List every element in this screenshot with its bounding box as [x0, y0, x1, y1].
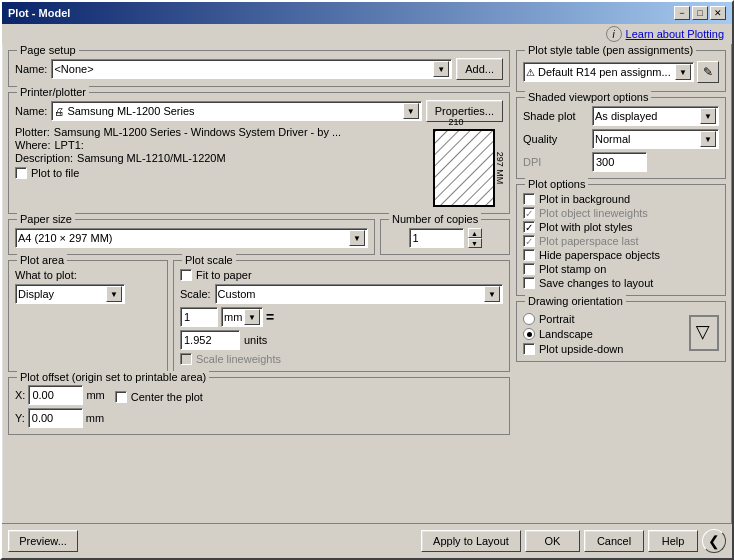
plot-options-title: Plot options — [525, 178, 588, 190]
plot-scale-group: Plot scale Fit to paper Scale: Custom ▼ — [173, 260, 510, 372]
paperspace-label: Plot paperspace last — [539, 235, 639, 247]
portrait-radio[interactable] — [523, 313, 535, 325]
plot-to-file-checkbox[interactable] — [15, 167, 27, 179]
learn-link[interactable]: Learn about Plotting — [626, 28, 724, 40]
plot-style-value: Default R14 pen assignm... — [538, 66, 671, 78]
paperspace-checkbox[interactable]: ✓ — [523, 235, 535, 247]
scale-lineweights-label: Scale lineweights — [196, 353, 281, 365]
shade-plot-arrow[interactable]: ▼ — [700, 108, 716, 124]
what-to-plot-arrow[interactable]: ▼ — [106, 286, 122, 302]
add-button[interactable]: Add... — [456, 58, 503, 80]
copies-down[interactable]: ▼ — [468, 238, 482, 248]
help-button[interactable]: Help — [648, 530, 698, 552]
orientation-icon: ▷ — [689, 315, 719, 351]
shade-plot-label: Shade plot — [523, 110, 588, 122]
styles-checkbox[interactable]: ✓ — [523, 221, 535, 233]
hide-checkbox[interactable] — [523, 249, 535, 261]
stamp-label: Plot stamp on — [539, 263, 606, 275]
title-bar: Plot - Model − □ ✕ — [2, 2, 732, 24]
mm-dropdown[interactable]: mm ▼ — [221, 307, 263, 327]
cancel-button[interactable]: Cancel — [584, 530, 644, 552]
units-label: units — [244, 334, 267, 346]
background-checkbox[interactable] — [523, 193, 535, 205]
plot-style-title: Plot style table (pen assignments) — [525, 44, 696, 56]
fit-to-paper-checkbox[interactable] — [180, 269, 192, 281]
styles-label: Plot with plot styles — [539, 221, 633, 233]
shade-viewport-title: Shaded viewport options — [525, 91, 651, 103]
plot-style-dropdown[interactable]: ⚠ Default R14 pen assignm... ▼ — [523, 62, 694, 82]
page-setup-group: Page setup Name: <None> ▼ Add... — [8, 50, 510, 87]
where-value: LPT1: — [54, 139, 83, 151]
ok-button[interactable]: OK — [525, 530, 580, 552]
quality-dropdown[interactable]: Normal ▼ — [592, 129, 719, 149]
copies-up[interactable]: ▲ — [468, 228, 482, 238]
stamp-checkbox[interactable] — [523, 263, 535, 275]
hide-label: Hide paperspace objects — [539, 249, 660, 261]
drawing-orientation-title: Drawing orientation — [525, 295, 626, 307]
x-label: X: — [15, 389, 25, 401]
copies-spinner[interactable]: ▲ ▼ — [468, 228, 482, 248]
left-panel: Page setup Name: <None> ▼ Add... Printer… — [8, 50, 510, 517]
quality-arrow[interactable]: ▼ — [700, 131, 716, 147]
shade-viewport-group: Shaded viewport options Shade plot As di… — [516, 97, 726, 179]
printer-dropdown-arrow[interactable]: ▼ — [403, 103, 419, 119]
printer-name-dropdown[interactable]: 🖨 Samsung ML-1200 Series ▼ — [51, 101, 421, 121]
minimize-button[interactable]: − — [674, 6, 690, 20]
plot-style-group: Plot style table (pen assignments) ⚠ Def… — [516, 50, 726, 92]
upsidedown-label: Plot upside-down — [539, 343, 623, 355]
lineweights-checkbox[interactable]: ✓ — [523, 207, 535, 219]
scale-dropdown[interactable]: Custom ▼ — [215, 284, 503, 304]
plotter-value: Samsung ML-1200 Series - Windows System … — [54, 126, 341, 138]
y-label: Y: — [15, 412, 25, 424]
maximize-button[interactable]: □ — [692, 6, 708, 20]
landscape-label: Landscape — [539, 328, 593, 340]
plot-to-file-label: Plot to file — [31, 167, 79, 179]
preview-button[interactable]: Preview... — [8, 530, 78, 552]
scale-arrow[interactable]: ▼ — [484, 286, 500, 302]
plot-scale-title: Plot scale — [182, 254, 236, 266]
close-button[interactable]: ✕ — [710, 6, 726, 20]
plotter-label: Plotter: — [15, 126, 50, 138]
landscape-radio[interactable] — [523, 328, 535, 340]
scale-lineweights-checkbox[interactable] — [180, 353, 192, 365]
scale-value1-input[interactable] — [180, 307, 218, 327]
edit-pen-button[interactable]: ✎ — [697, 61, 719, 83]
quality-value: Normal — [595, 133, 630, 145]
scale-value2-input[interactable] — [180, 330, 240, 350]
dpi-label: DPI — [523, 156, 588, 168]
page-setup-name-dropdown[interactable]: <None> ▼ — [51, 59, 452, 79]
printer-title: Printer/plotter — [17, 86, 89, 98]
x-mm-label: mm — [86, 389, 104, 401]
plot-style-arrow[interactable]: ▼ — [675, 64, 691, 80]
background-label: Plot in background — [539, 193, 630, 205]
y-input[interactable] — [28, 408, 83, 428]
page-setup-title: Page setup — [17, 44, 79, 56]
center-plot-checkbox[interactable] — [115, 391, 127, 403]
paper-size-dropdown[interactable]: A4 (210 × 297 MM) ▼ — [15, 228, 368, 248]
where-label: Where: — [15, 139, 50, 151]
page-setup-dropdown-arrow[interactable]: ▼ — [433, 61, 449, 77]
lineweights-label: Plot object lineweights — [539, 207, 648, 219]
expand-button[interactable]: ❮ — [702, 529, 726, 553]
title-bar-buttons: − □ ✕ — [674, 6, 726, 20]
copies-input[interactable] — [409, 228, 464, 248]
shade-plot-value: As displayed — [595, 110, 657, 122]
what-to-plot-label: What to plot: — [15, 269, 77, 281]
plot-offset-title: Plot offset (origin set to printable are… — [17, 371, 209, 383]
scale-value: Custom — [218, 288, 256, 300]
area-scale-row: Plot area What to plot: Display ▼ Plot s… — [8, 260, 510, 372]
x-input[interactable] — [28, 385, 83, 405]
right-panel: Plot style table (pen assignments) ⚠ Def… — [516, 50, 726, 517]
mm-arrow[interactable]: ▼ — [244, 309, 260, 325]
shade-plot-dropdown[interactable]: As displayed ▼ — [592, 106, 719, 126]
svg-rect-1 — [435, 131, 495, 207]
upsidedown-checkbox[interactable] — [523, 343, 535, 355]
apply-to-layout-button[interactable]: Apply to Layout — [421, 530, 521, 552]
paper-size-arrow[interactable]: ▼ — [349, 230, 365, 246]
equals-sign: = — [266, 309, 274, 325]
save-checkbox[interactable] — [523, 277, 535, 289]
what-to-plot-dropdown[interactable]: Display ▼ — [15, 284, 125, 304]
y-mm-label: mm — [86, 412, 104, 424]
dpi-input[interactable] — [592, 152, 647, 172]
portrait-label: Portrait — [539, 313, 574, 325]
